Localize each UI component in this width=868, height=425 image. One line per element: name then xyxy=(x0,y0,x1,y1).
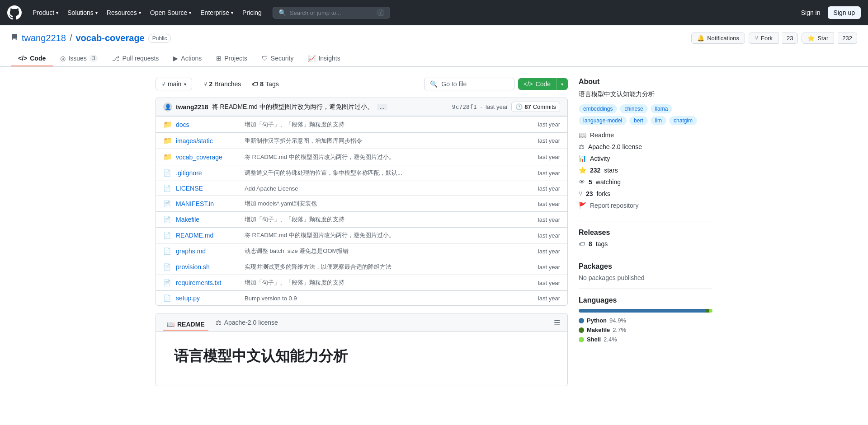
signup-button[interactable]: Sign up xyxy=(828,6,861,19)
fork-button[interactable]: ⑂ Fork xyxy=(749,33,778,44)
repo-header: twang2218 / vocab-coverage Public 🔔 Noti… xyxy=(0,25,868,67)
sidebar-link-activity[interactable]: 📊 Activity xyxy=(579,154,712,163)
language-list: Python 94.9% Makefile 2.7% Shell 2.4% xyxy=(579,317,712,343)
file-name[interactable]: vocab_coverage xyxy=(176,154,239,161)
code-dropdown-button[interactable]: ▾ xyxy=(556,78,568,90)
fork-count[interactable]: 23 xyxy=(782,33,798,44)
lang-item-makefile[interactable]: Makefile 2.7% xyxy=(579,327,712,333)
tab-code[interactable]: </> Code xyxy=(11,51,53,66)
file-name[interactable]: .gitignore xyxy=(176,169,239,177)
commit-time-sep: · xyxy=(480,103,482,110)
readme-section: 📖 README ⚖ Apache-2.0 license ☰ 语言模型中文认知… xyxy=(156,313,568,386)
tags-button[interactable]: 🏷 8 Tags xyxy=(248,78,282,90)
file-name[interactable]: requirements.txt xyxy=(176,279,239,286)
lang-item-python[interactable]: Python 94.9% xyxy=(579,317,712,324)
code-button[interactable]: </> Code xyxy=(518,78,556,90)
tag-bert[interactable]: bert xyxy=(629,116,648,125)
star-count[interactable]: 232 xyxy=(838,33,857,44)
tab-issues[interactable]: ◎ Issues 3 xyxy=(53,51,105,66)
file-name[interactable]: Makefile xyxy=(176,216,239,223)
file-row[interactable]: 📄 .gitignore 调整通义千问的特殊处理的位置，集中模型名称匹配，默认.… xyxy=(156,165,567,181)
nav-solutions[interactable]: Solutions ▾ xyxy=(64,6,101,19)
sidebar-link-readme[interactable]: 📖 Readme xyxy=(579,131,712,140)
file-row[interactable]: 📄 provision.sh 实现并测试更多的降维方法，以便观察最合适的降维方法… xyxy=(156,259,567,275)
sidebar-link-watching[interactable]: 👁 5 watching xyxy=(579,177,712,187)
file-row[interactable]: 📁 vocab_coverage 将 README.md 中的模型图片改为两行，… xyxy=(156,149,567,165)
scale-icon: ⚖ xyxy=(216,319,222,326)
releases-tags-link[interactable]: 🏷 8 tags xyxy=(579,240,712,248)
file-name[interactable]: setup.py xyxy=(176,294,239,302)
file-commit: 重新制作汉字拆分示意图，增加图库同步指令 xyxy=(245,137,533,145)
tab-actions[interactable]: ▶ Actions xyxy=(166,51,209,66)
tab-pullrequests[interactable]: ⎇ Pull requests xyxy=(105,51,166,66)
sidebar-link-forks[interactable]: ⑂ 23 forks xyxy=(579,189,712,198)
tab-projects[interactable]: ⊞ Projects xyxy=(209,51,255,66)
file-commit: Bump version to 0.9 xyxy=(245,295,533,302)
file-name[interactable]: provision.sh xyxy=(176,263,239,271)
file-name[interactable]: docs xyxy=(176,121,239,128)
file-name[interactable]: images/static xyxy=(176,137,239,145)
go-to-file-button[interactable]: 🔍 Go to file xyxy=(424,78,514,90)
nav-opensource[interactable]: Open Source ▾ xyxy=(146,6,195,19)
file-row[interactable]: 📄 Makefile 增加「句子」、「段落」颗粒度的支持 last year xyxy=(156,211,567,227)
tag-embeddings[interactable]: embeddings xyxy=(579,104,617,113)
commits-link[interactable]: 🕐 87 Commits xyxy=(511,102,560,112)
branches-button[interactable]: ⑂ 2 Branches xyxy=(200,78,245,90)
tag-chatglm[interactable]: chatglm xyxy=(669,116,697,125)
file-time: last year xyxy=(538,170,560,177)
nav-product[interactable]: Product ▾ xyxy=(29,6,62,19)
file-row[interactable]: 📁 images/static 重新制作汉字拆分示意图，增加图库同步指令 las… xyxy=(156,132,567,149)
code-bracket-icon: </> xyxy=(524,80,533,88)
commit-message-badge[interactable]: … xyxy=(377,104,387,110)
commit-hash[interactable]: 9c728f1 xyxy=(452,103,477,110)
tab-insights[interactable]: 📈 Insights xyxy=(301,51,347,66)
tag-llm[interactable]: llm xyxy=(651,116,666,125)
tab-security[interactable]: 🛡 Security xyxy=(255,51,301,66)
nav-pricing[interactable]: Pricing xyxy=(239,6,265,19)
file-name[interactable]: MANIFEST.in xyxy=(176,200,239,207)
file-row[interactable]: 📄 LICENSE Add Apache License last year xyxy=(156,181,567,196)
file-row[interactable]: 📄 graphs.md 动态调整 batch_size 避免总是OOM报错 la… xyxy=(156,243,567,259)
file-name[interactable]: graphs.md xyxy=(176,248,239,255)
tag-llama[interactable]: llama xyxy=(651,104,673,113)
search-box[interactable]: 🔍 Search or jump to... / xyxy=(273,7,390,19)
table-icon: ⊞ xyxy=(216,55,222,62)
file-row[interactable]: 📄 MANIFEST.in 增加 models*.yaml到安装包 last y… xyxy=(156,196,567,211)
star-icon: ⭐ xyxy=(807,35,815,42)
github-logo[interactable] xyxy=(7,5,22,20)
repo-name[interactable]: vocab-coverage xyxy=(75,33,144,43)
tag-icon: 🏷 xyxy=(252,80,258,88)
branch-selector[interactable]: ⑂ main ▾ xyxy=(156,78,192,90)
file-name[interactable]: LICENSE xyxy=(176,185,239,192)
file-commit: 将 README.md 中的模型图片改为两行，避免图片过小。 xyxy=(245,231,533,239)
scale-icon: ⚖ xyxy=(579,143,585,150)
sidebar-link-stars[interactable]: ⭐ 232 stars xyxy=(579,166,712,175)
file-row[interactable]: 📄 README.md 将 README.md 中的模型图片改为两行，避免图片过… xyxy=(156,227,567,243)
nav-enterprise[interactable]: Enterprise ▾ xyxy=(197,6,237,19)
repo-owner[interactable]: twang2218 xyxy=(22,33,66,43)
list-icon[interactable]: ☰ xyxy=(554,318,560,327)
tag-chinese[interactable]: chinese xyxy=(620,104,647,113)
sidebar: About 语言模型中文认知能力分析 embeddings chinese ll… xyxy=(579,78,712,386)
file-row[interactable]: 📄 requirements.txt 增加「句子」、「段落」颗粒度的支持 las… xyxy=(156,275,567,290)
star-button[interactable]: ⭐ Star xyxy=(802,33,834,44)
readme-tab-active[interactable]: 📖 README xyxy=(163,319,208,331)
lang-item-shell[interactable]: Shell 2.4% xyxy=(579,336,712,343)
signin-button[interactable]: Sign in xyxy=(797,6,824,19)
nav-resources[interactable]: Resources ▾ xyxy=(103,6,145,19)
report-repository-link[interactable]: 🚩 Report repository xyxy=(579,201,712,210)
file-row[interactable]: 📁 docs 增加「句子」、「段落」颗粒度的支持 last year xyxy=(156,116,567,132)
tag-language-model[interactable]: language-model xyxy=(579,116,627,125)
file-name[interactable]: README.md xyxy=(176,232,239,239)
file-time: last year xyxy=(538,216,560,223)
readme-title: 语言模型中文认知能力分析 xyxy=(174,346,549,371)
notifications-button[interactable]: 🔔 Notifications xyxy=(691,33,745,44)
readme-tab-license[interactable]: ⚖ Apache-2.0 license xyxy=(212,317,282,328)
pr-icon: ⎇ xyxy=(112,55,119,62)
file-row[interactable]: 📄 setup.py Bump version to 0.9 last year xyxy=(156,290,567,305)
languages-section: Languages Python 94.9% Makefile 2.7% xyxy=(579,296,712,343)
sidebar-link-license[interactable]: ⚖ Apache-2.0 license xyxy=(579,142,712,151)
commit-author[interactable]: twang2218 xyxy=(176,103,208,111)
file-icon: 📄 xyxy=(163,279,170,286)
branch-divider xyxy=(196,79,196,89)
